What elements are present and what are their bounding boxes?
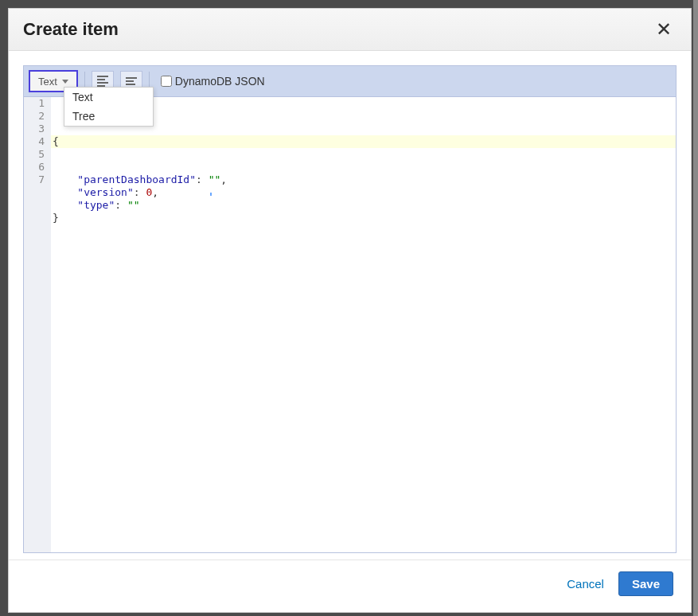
editor-content[interactable]: { "parentDashboardId": "", "version": 0,… bbox=[51, 97, 676, 552]
dynamodb-json-label: DynamoDB JSON bbox=[175, 75, 265, 88]
code-line[interactable]: } bbox=[51, 212, 676, 224]
gutter-line-number: 5 bbox=[32, 148, 45, 161]
cursor-indicator bbox=[210, 193, 212, 196]
code-editor[interactable]: 1234567 { "parentDashboardId": "", "vers… bbox=[23, 97, 677, 553]
editor-gutter: 1234567 bbox=[24, 97, 51, 552]
format-compact-icon bbox=[126, 77, 137, 85]
gutter-line-number: 6 bbox=[32, 161, 45, 173]
code-line[interactable] bbox=[51, 148, 676, 161]
modal-title: Create item bbox=[23, 19, 119, 40]
dynamodb-json-toggle[interactable]: DynamoDB JSON bbox=[161, 75, 265, 88]
gutter-line-number: 3 bbox=[32, 123, 45, 135]
gutter-line-number: 1 bbox=[32, 97, 45, 110]
view-mode-option[interactable]: Text bbox=[64, 88, 153, 107]
code-line[interactable]: { bbox=[51, 135, 676, 148]
save-button[interactable]: Save bbox=[618, 571, 673, 596]
gutter-line-number: 4 bbox=[32, 135, 45, 148]
code-line[interactable]: "parentDashboardId": "", bbox=[51, 173, 676, 186]
modal-footer: Cancel Save bbox=[9, 559, 691, 612]
code-line[interactable]: "type": "" bbox=[51, 199, 676, 212]
format-expand-icon bbox=[97, 76, 108, 87]
view-mode-option[interactable]: Tree bbox=[64, 107, 153, 126]
background-scrollbar-hint bbox=[693, 0, 698, 616]
gutter-line-number: 7 bbox=[32, 173, 45, 186]
chevron-down-icon bbox=[62, 80, 68, 84]
code-line[interactable]: "version": 0, bbox=[51, 186, 676, 199]
gutter-line-number: 2 bbox=[32, 110, 45, 123]
cancel-button[interactable]: Cancel bbox=[567, 577, 604, 591]
close-icon[interactable]: ✕ bbox=[651, 18, 677, 41]
code-line[interactable] bbox=[51, 161, 676, 173]
modal-body: Text DynamoDB JSON 1234567 bbox=[9, 51, 691, 559]
dynamodb-json-checkbox[interactable] bbox=[161, 76, 172, 87]
modal-header: Create item ✕ bbox=[9, 9, 691, 51]
view-mode-label: Text bbox=[38, 76, 57, 88]
view-mode-menu: TextTree bbox=[64, 87, 154, 127]
